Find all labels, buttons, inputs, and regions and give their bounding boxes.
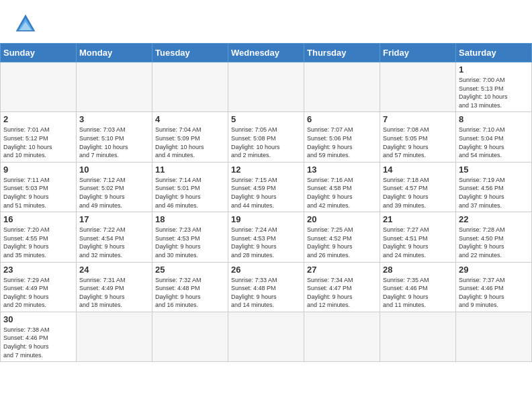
calendar-cell-w0-d0	[1, 62, 77, 112]
calendar-cell-w1-d4: 6Sunrise: 7:07 AM Sunset: 5:06 PM Daylig…	[304, 112, 380, 162]
day-info: Sunrise: 7:37 AM Sunset: 4:46 PM Dayligh…	[459, 276, 529, 310]
day-header-tuesday: Tuesday	[152, 44, 228, 62]
calendar-cell-w0-d1	[77, 62, 152, 112]
day-number: 1	[459, 64, 529, 75]
day-info: Sunrise: 7:12 AM Sunset: 5:02 PM Dayligh…	[79, 176, 149, 210]
calendar-cell-w2-d6: 15Sunrise: 7:19 AM Sunset: 4:56 PM Dayli…	[456, 162, 532, 212]
day-info: Sunrise: 7:32 AM Sunset: 4:48 PM Dayligh…	[155, 276, 225, 310]
day-number: 24	[79, 265, 149, 275]
calendar-cell-w5-d4	[304, 312, 380, 361]
calendar-cell-w4-d0: 23Sunrise: 7:29 AM Sunset: 4:49 PM Dayli…	[1, 262, 77, 312]
calendar-cell-w3-d4: 20Sunrise: 7:25 AM Sunset: 4:52 PM Dayli…	[304, 212, 380, 262]
day-number: 21	[383, 214, 453, 224]
day-number: 13	[307, 165, 377, 175]
calendar-cell-w1-d3: 5Sunrise: 7:05 AM Sunset: 5:08 PM Daylig…	[228, 112, 304, 162]
day-info: Sunrise: 7:23 AM Sunset: 4:53 PM Dayligh…	[155, 226, 225, 259]
day-number: 20	[307, 214, 377, 224]
day-info: Sunrise: 7:31 AM Sunset: 4:49 PM Dayligh…	[79, 276, 149, 310]
calendar-cell-w3-d0: 16Sunrise: 7:20 AM Sunset: 4:55 PM Dayli…	[1, 212, 77, 262]
day-number: 19	[231, 214, 301, 224]
calendar-cell-w1-d6: 8Sunrise: 7:10 AM Sunset: 5:04 PM Daylig…	[456, 112, 532, 162]
calendar-cell-w0-d3	[228, 62, 304, 112]
day-header-saturday: Saturday	[456, 44, 532, 62]
day-number: 28	[383, 265, 453, 275]
day-info: Sunrise: 7:18 AM Sunset: 4:57 PM Dayligh…	[383, 176, 453, 210]
week-row-2: 9Sunrise: 7:11 AM Sunset: 5:03 PM Daylig…	[1, 162, 532, 212]
calendar-cell-w2-d3: 12Sunrise: 7:15 AM Sunset: 4:59 PM Dayli…	[228, 162, 304, 212]
calendar-cell-w5-d1	[77, 312, 152, 361]
day-header-sunday: Sunday	[1, 44, 77, 62]
calendar-cell-w2-d2: 11Sunrise: 7:14 AM Sunset: 5:01 PM Dayli…	[152, 162, 228, 212]
logo-icon	[13, 12, 38, 36]
day-info: Sunrise: 7:24 AM Sunset: 4:53 PM Dayligh…	[231, 226, 301, 259]
day-number: 25	[155, 265, 225, 275]
calendar-cell-w5-d2	[152, 312, 228, 361]
calendar-cell-w5-d3	[228, 312, 304, 361]
week-row-0: 1Sunrise: 7:00 AM Sunset: 5:13 PM Daylig…	[1, 62, 532, 112]
day-info: Sunrise: 7:04 AM Sunset: 5:09 PM Dayligh…	[155, 126, 225, 159]
day-info: Sunrise: 7:00 AM Sunset: 5:13 PM Dayligh…	[459, 76, 529, 109]
day-info: Sunrise: 7:11 AM Sunset: 5:03 PM Dayligh…	[3, 176, 73, 210]
day-header-friday: Friday	[380, 44, 456, 62]
calendar-cell-w0-d2	[152, 62, 228, 112]
day-number: 22	[459, 214, 529, 224]
day-info: Sunrise: 7:33 AM Sunset: 4:48 PM Dayligh…	[231, 276, 301, 310]
week-row-5: 30Sunrise: 7:38 AM Sunset: 4:46 PM Dayli…	[1, 312, 532, 361]
day-number: 27	[307, 265, 377, 275]
day-number: 15	[459, 165, 529, 175]
day-info: Sunrise: 7:28 AM Sunset: 4:50 PM Dayligh…	[459, 226, 529, 259]
calendar-cell-w3-d3: 19Sunrise: 7:24 AM Sunset: 4:53 PM Dayli…	[228, 212, 304, 262]
week-row-4: 23Sunrise: 7:29 AM Sunset: 4:49 PM Dayli…	[1, 262, 532, 312]
day-number: 9	[3, 165, 73, 175]
day-number: 11	[155, 165, 225, 175]
day-header-monday: Monday	[77, 44, 152, 62]
calendar: SundayMondayTuesdayWednesdayThursdayFrid…	[0, 43, 532, 362]
day-info: Sunrise: 7:34 AM Sunset: 4:47 PM Dayligh…	[307, 276, 377, 310]
day-info: Sunrise: 7:29 AM Sunset: 4:49 PM Dayligh…	[3, 276, 73, 310]
day-info: Sunrise: 7:07 AM Sunset: 5:06 PM Dayligh…	[307, 126, 377, 159]
day-number: 3	[79, 114, 149, 124]
calendar-cell-w5-d0: 30Sunrise: 7:38 AM Sunset: 4:46 PM Dayli…	[1, 312, 77, 361]
day-info: Sunrise: 7:03 AM Sunset: 5:10 PM Dayligh…	[79, 126, 149, 159]
page-header	[0, 0, 532, 43]
day-number: 12	[231, 165, 301, 175]
calendar-cell-w4-d1: 24Sunrise: 7:31 AM Sunset: 4:49 PM Dayli…	[77, 262, 152, 312]
day-info: Sunrise: 7:20 AM Sunset: 4:55 PM Dayligh…	[3, 226, 73, 259]
day-number: 30	[3, 314, 73, 324]
day-info: Sunrise: 7:15 AM Sunset: 4:59 PM Dayligh…	[231, 176, 301, 210]
day-number: 23	[3, 265, 73, 275]
day-number: 26	[231, 265, 301, 275]
day-number: 14	[383, 165, 453, 175]
calendar-cell-w2-d4: 13Sunrise: 7:16 AM Sunset: 4:58 PM Dayli…	[304, 162, 380, 212]
calendar-cell-w0-d5	[380, 62, 456, 112]
logo	[13, 12, 40, 36]
day-info: Sunrise: 7:10 AM Sunset: 5:04 PM Dayligh…	[459, 126, 529, 159]
day-info: Sunrise: 7:16 AM Sunset: 4:58 PM Dayligh…	[307, 176, 377, 210]
day-number: 4	[155, 114, 225, 124]
calendar-cell-w5-d6	[456, 312, 532, 361]
calendar-cell-w3-d2: 18Sunrise: 7:23 AM Sunset: 4:53 PM Dayli…	[152, 212, 228, 262]
day-number: 16	[3, 214, 73, 224]
day-number: 17	[79, 214, 149, 224]
day-info: Sunrise: 7:19 AM Sunset: 4:56 PM Dayligh…	[459, 176, 529, 210]
day-number: 18	[155, 214, 225, 224]
day-info: Sunrise: 7:14 AM Sunset: 5:01 PM Dayligh…	[155, 176, 225, 210]
day-number: 6	[307, 114, 377, 124]
day-info: Sunrise: 7:08 AM Sunset: 5:05 PM Dayligh…	[383, 126, 453, 159]
calendar-cell-w1-d1: 3Sunrise: 7:03 AM Sunset: 5:10 PM Daylig…	[77, 112, 152, 162]
calendar-cell-w4-d3: 26Sunrise: 7:33 AM Sunset: 4:48 PM Dayli…	[228, 262, 304, 312]
day-info: Sunrise: 7:25 AM Sunset: 4:52 PM Dayligh…	[307, 226, 377, 259]
day-info: Sunrise: 7:01 AM Sunset: 5:12 PM Dayligh…	[3, 126, 73, 159]
calendar-cell-w0-d4	[304, 62, 380, 112]
calendar-header-row: SundayMondayTuesdayWednesdayThursdayFrid…	[1, 44, 532, 62]
calendar-cell-w3-d6: 22Sunrise: 7:28 AM Sunset: 4:50 PM Dayli…	[456, 212, 532, 262]
day-number: 7	[383, 114, 453, 124]
day-number: 29	[459, 265, 529, 275]
day-number: 10	[79, 165, 149, 175]
calendar-cell-w4-d2: 25Sunrise: 7:32 AM Sunset: 4:48 PM Dayli…	[152, 262, 228, 312]
calendar-cell-w5-d5	[380, 312, 456, 361]
calendar-cell-w0-d6: 1Sunrise: 7:00 AM Sunset: 5:13 PM Daylig…	[456, 62, 532, 112]
day-number: 5	[231, 114, 301, 124]
week-row-3: 16Sunrise: 7:20 AM Sunset: 4:55 PM Dayli…	[1, 212, 532, 262]
calendar-cell-w2-d5: 14Sunrise: 7:18 AM Sunset: 4:57 PM Dayli…	[380, 162, 456, 212]
